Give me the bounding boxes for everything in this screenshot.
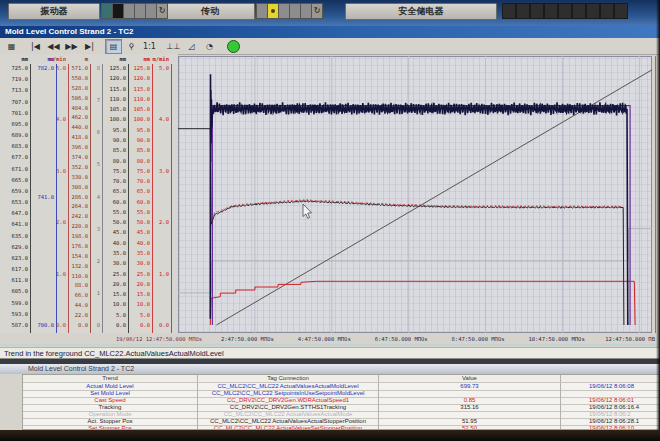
axis-tick-label: 0.0 <box>139 322 169 328</box>
axis-tick-label: 40.0 <box>120 240 150 246</box>
ruler-table: TrendTag ConnectionValueDate/TimeActual … <box>22 374 660 430</box>
axis-tick-label: 10.0 <box>120 301 150 307</box>
stop-update-button[interactable]: ▤ <box>105 39 122 54</box>
tag-cell: CC_MLC2\CC_MLC22 ActualValuesActualMode <box>198 411 379 418</box>
axis-tick-label: 617.0 <box>0 266 28 272</box>
datetime-cell: 19/06/12 8:06:16.4 <box>561 404 660 411</box>
one-to-one-button[interactable]: 1:1 <box>141 39 158 54</box>
axis-tick-label: 635.0 <box>0 233 28 239</box>
time-tick-label: 6:47:50.000 ΜΠΟs <box>375 336 428 342</box>
trend-cell: Cast Speed <box>23 397 198 404</box>
axis-tick-label: 242.0 <box>58 213 88 219</box>
axis-tick-label: 176.0 <box>58 243 88 249</box>
value-cell: 0.85 <box>379 397 561 404</box>
table-toggle-button[interactable]: ▦ <box>3 39 20 54</box>
trend-cell: Operation Mode <box>23 411 198 418</box>
axis-tick-label: 629.0 <box>0 244 28 250</box>
trend-curve-act-stopper-pos <box>178 129 624 325</box>
value-axes: mm725.0719.0713.0707.0701.0695.0689.0683… <box>0 54 178 333</box>
trend-cell: Trend <box>23 375 198 382</box>
datetime-cell: 19/06/12 8:06:2 <box>561 411 660 418</box>
nav-button-2[interactable]: 传动 <box>165 3 255 20</box>
trend-plot-area[interactable] <box>178 56 652 333</box>
axis-tick-label: 120.0 <box>120 75 150 81</box>
axis-tick-label: 671.0 <box>0 166 28 172</box>
page: 振动器传动安全储电器↻↻ Mold Level Control Strand 2… <box>0 0 660 441</box>
axis-line <box>152 64 153 333</box>
trend-curve-set-mold-level <box>212 106 630 325</box>
connection-status-icon <box>227 40 240 53</box>
status-square[interactable]: ↻ <box>156 3 168 19</box>
axis-tick-label: 611.0 <box>0 277 28 283</box>
value-cell: 699.73 <box>379 383 561 390</box>
tag-cell: CC_DRV2\CC_DRV2Gen.STTHS1Tracking <box>198 404 379 411</box>
axis-tick-label: 741.0 <box>24 194 54 200</box>
jump-last-button[interactable]: ▶| <box>81 39 98 54</box>
axis-tick-label: 308.0 <box>58 184 88 190</box>
scroll-back-button[interactable]: ◀◀ <box>45 39 62 54</box>
nav-button-3[interactable]: 安全储电器 <box>345 3 497 20</box>
trend-cell: Set Mold Level <box>23 390 198 397</box>
toolbar-separator <box>219 40 225 53</box>
axis-tick-label: 665.0 <box>0 177 28 183</box>
value-cell: 51.95 <box>379 418 561 425</box>
status-square[interactable] <box>586 3 600 19</box>
axis-tick-label: 641.0 <box>0 221 28 227</box>
axis-tick-label: 20.0 <box>120 281 150 287</box>
tag-cell: Tag Connection <box>198 375 379 382</box>
axis-tick-label: 677.0 <box>0 154 28 160</box>
axis-tick-label: 330.0 <box>58 174 88 180</box>
jump-first-button[interactable]: |◀ <box>27 39 44 54</box>
trend-toolbar: ▦|◀◀◀▶▶▶|▤⚲1:1⊥⊥◿◔ <box>0 38 660 55</box>
statistics-button[interactable]: ◿ <box>183 39 200 54</box>
value-cell <box>379 411 561 418</box>
axis-tick-label: 60.0 <box>120 199 150 205</box>
axis-tick-label: 88.0 <box>58 282 88 288</box>
axis-tick-label: 30.0 <box>120 260 150 266</box>
status-square[interactable] <box>544 3 558 19</box>
mouse-cursor <box>303 204 311 218</box>
zoom-button[interactable]: ⚲ <box>123 39 140 54</box>
ruler-window-titlebar: Mold Level Control Strand 2 - TC2 <box>0 364 660 374</box>
axis-tick-label: 550.0 <box>58 75 88 81</box>
timebase-button[interactable]: ◔ <box>201 39 218 54</box>
scroll-forward-button[interactable]: ▶▶ <box>63 39 80 54</box>
status-square[interactable] <box>516 3 530 19</box>
table-row: TrendTag ConnectionValueDate/Time <box>23 375 660 383</box>
nav-button-1[interactable]: 振动器 <box>8 3 100 20</box>
time-tick-label: 2:47:50.000 ΜΠΟs <box>221 336 274 342</box>
ruler-button[interactable]: ⊥⊥ <box>165 39 182 54</box>
axis-tick-label: 713.0 <box>0 87 28 93</box>
axis-tick-label: 115.0 <box>120 86 150 92</box>
status-square[interactable] <box>530 3 544 19</box>
axis-tick-label: 484.0 <box>58 105 88 111</box>
trend-curve-set-stopper-pos <box>212 199 623 220</box>
status-square[interactable] <box>558 3 572 19</box>
datetime-cell: 19/06/12 8:06:08 <box>561 383 660 390</box>
status-square[interactable] <box>502 3 516 19</box>
axis-tick-label: 70.0 <box>120 178 150 184</box>
axis-tick-label: 374.0 <box>58 154 88 160</box>
axis-tick-label: 707.0 <box>0 99 28 105</box>
value-cell: Value <box>379 375 561 382</box>
screen-glare <box>0 344 660 346</box>
axis-tick-label: 689.0 <box>0 132 28 138</box>
axis-tick-label: 110.0 <box>120 96 150 102</box>
axis-tick-label: 264.0 <box>58 203 88 209</box>
status-square[interactable] <box>572 3 586 19</box>
datetime-cell: 19/06/12 8:06:01 <box>561 397 660 404</box>
axis-tick-label: 396.0 <box>58 144 88 150</box>
datetime-cell: 19/06/12 8:06:28.1 <box>561 418 660 425</box>
axis-line <box>171 64 172 333</box>
desk-edge <box>0 430 660 441</box>
axis-tick-label: 4.0 <box>139 116 169 122</box>
axis-tick-label: 44.0 <box>58 302 88 308</box>
time-tick-label: 12:47:50.000 ΠΒ <box>605 336 655 342</box>
status-square[interactable]: ↻ <box>311 3 323 19</box>
status-square[interactable] <box>600 3 614 19</box>
status-text: Trend in the foreground CC_MLC22.ActualV… <box>4 349 224 358</box>
screen: 振动器传动安全储电器↻↻ Mold Level Control Strand 2… <box>0 0 660 430</box>
tag-cell: CC_MLC2\CC_MLC22 ActualValuesActualMoldL… <box>198 383 379 390</box>
status-square[interactable] <box>614 3 628 19</box>
axis-tick-label: 105.0 <box>120 106 150 112</box>
